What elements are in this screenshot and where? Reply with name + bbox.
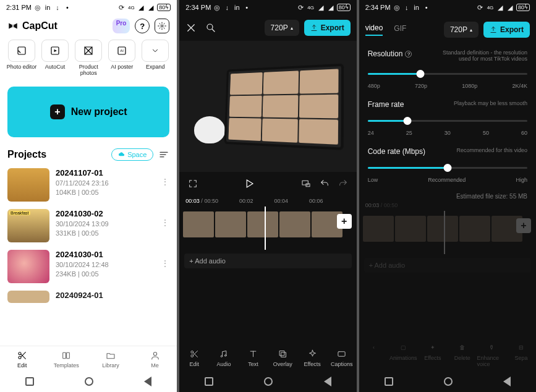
editnav-enhance-voice: 🎙Enhance voice [477,343,507,367]
signal-icon: ◢ [317,4,325,11]
editnav-delete: 🗑Delete [448,343,477,367]
add-clip-button: + [516,218,531,233]
svg-rect-20 [279,351,284,356]
space-button[interactable]: Space [111,148,153,161]
nav-library[interactable]: Library [88,346,133,371]
project-item[interactable]: 20241107-01 07/11/2024 23:16 104KB | 00:… [7,164,169,205]
signal-icon-2: ◢ [327,4,334,11]
timeline[interactable]: + [179,207,356,250]
editor-nav: Edit Audio Text Overlay Effects Captions [179,343,356,371]
more-icon: • [423,4,430,11]
info-icon[interactable]: ? [405,51,412,58]
tool-ai-poster[interactable]: AI AI poster [106,40,138,77]
add-clip-button[interactable]: + [337,214,352,229]
export-button[interactable]: Export [304,20,351,36]
svg-rect-14 [302,181,308,185]
fullscreen-icon [188,179,198,189]
svg-rect-1 [18,47,25,54]
search-button[interactable] [205,22,216,33]
playhead[interactable] [265,207,266,250]
recent-apps-button[interactable] [25,377,34,386]
redo-button[interactable] [338,179,348,189]
chevron-up-icon: ▴ [291,25,293,31]
screen-editor: 2:34 PM ◎ ↓ in • ⟳ 4G ◢ ◢ 80ϟ 720P ▴ Exp… [179,0,356,392]
system-nav [359,371,536,392]
tool-expand[interactable]: Expand [139,40,171,77]
project-item[interactable]: Breakfast 20241030-02 30/10/2024 13:09 3… [7,205,169,246]
screen-export-settings: 2:34 PM ◎ ↓ in • ⟳ 4G ◢ ◢ 80ϟ video GIF … [359,0,536,392]
tab-gif[interactable]: GIF [394,24,406,35]
project-thumb [7,291,49,303]
frame-rate-slider[interactable] [368,115,527,126]
editnav-captions[interactable]: Captions [327,349,357,367]
editnav-text[interactable]: Text [239,349,268,367]
system-nav [179,371,356,392]
project-more-icon[interactable]: ⋮ [161,209,169,228]
plus-icon: + [50,104,65,119]
quality-selector[interactable]: 720P ▴ [444,22,479,38]
pro-badge[interactable]: Pro [113,19,130,33]
tool-row: Photo editor AutoCut Product photos AI A… [0,37,177,80]
time-current: 00:03 / 00:50 [185,198,218,204]
redo-icon [338,179,348,189]
back-button[interactable] [324,377,331,386]
tool-product-photos[interactable]: Product photos [72,40,104,77]
screen-home: 2:31 PM ◎ in ↓ • ⟳ 4G ◢ ◢ 80ϟ CapCut Pro… [0,0,177,392]
undo-icon [320,179,330,189]
close-button[interactable] [185,22,197,33]
code-rate-slider[interactable] [368,162,527,173]
back-button[interactable] [144,377,151,386]
export-button[interactable]: Export [483,22,530,38]
project-item[interactable]: 20241030-01 30/10/2024 12:48 234KB | 00:… [7,246,169,287]
recent-apps-button[interactable] [385,377,393,386]
undo-button[interactable] [320,179,330,189]
fullscreen-button[interactable] [188,179,198,189]
overlay-icon [278,349,287,359]
add-audio-button[interactable]: + Add audio [184,254,351,268]
project-more-icon[interactable]: ⋮ [161,168,169,187]
battery-icon: 80ϟ [337,4,351,11]
tab-video[interactable]: video [365,23,383,36]
editnav-audio[interactable]: Audio [209,349,239,367]
home-button[interactable] [444,377,453,386]
slider-thumb[interactable] [443,164,451,172]
home-button[interactable] [264,377,273,386]
slider-thumb[interactable] [416,70,424,78]
home-button[interactable] [85,377,93,386]
download-icon: ↓ [54,4,61,11]
estimated-size: Estimated file size: 55 MB [359,193,536,200]
editnav-effects[interactable]: Effects [297,349,327,367]
tool-autocut[interactable]: AutoCut [39,40,71,77]
nav-templates[interactable]: Templates [45,346,89,371]
sort-button[interactable] [158,149,169,160]
linkedin-icon: in [44,4,51,11]
editnav-overlay[interactable]: Overlay [268,349,297,367]
user-icon [150,350,161,361]
quality-selector[interactable]: 720P ▴ [265,20,299,36]
more-icon: • [243,4,250,11]
more-icon: • [64,4,71,11]
scissors-icon [189,349,199,359]
tool-photo-editor[interactable]: Photo editor [6,40,38,77]
time-ruler: 00:03 / 00:50 [359,200,536,211]
play-button[interactable] [244,178,255,189]
editor-top-bar: 720P ▴ Export [179,15,356,41]
download-icon: ↓ [403,4,411,11]
settings-button[interactable] [155,19,169,33]
pip-button[interactable] [301,179,311,189]
project-more-icon[interactable]: ⋮ [161,250,169,268]
new-project-button[interactable]: + New project [7,87,169,137]
projects-header: Projects Space [0,143,177,164]
help-button[interactable]: ? [135,19,150,33]
editnav-edit[interactable]: Edit [179,349,209,367]
back-button[interactable] [503,377,511,386]
battery-icon: 80ϟ [157,4,171,11]
nav-edit[interactable]: Edit [0,346,45,371]
video-preview[interactable] [179,41,356,172]
project-item[interactable]: 20240924-01 [7,287,169,307]
projects-list: 20241107-01 07/11/2024 23:16 104KB | 00:… [0,164,177,346]
resolution-slider[interactable] [368,68,527,79]
slider-thumb[interactable] [404,117,412,125]
nav-me[interactable]: Me [133,346,177,371]
recent-apps-button[interactable] [205,377,213,386]
